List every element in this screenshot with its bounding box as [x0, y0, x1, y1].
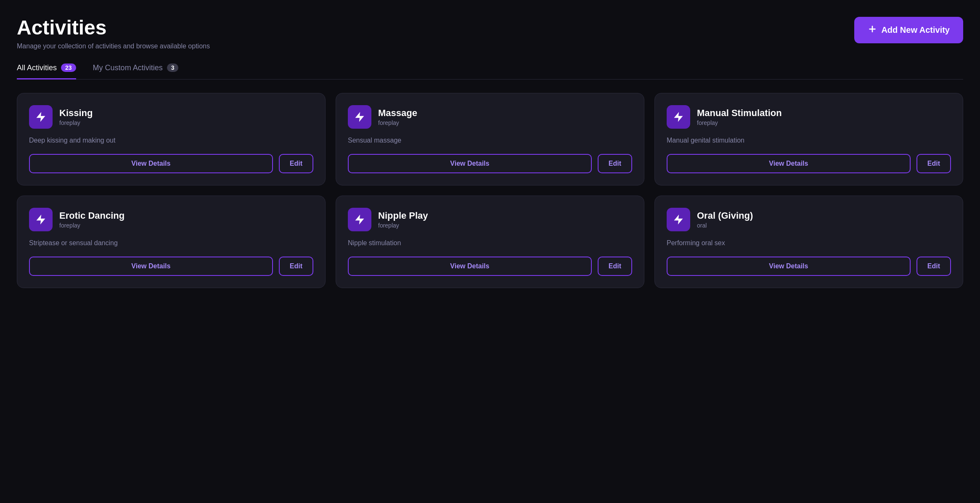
edit-button-manual-stimulation[interactable]: Edit	[916, 154, 951, 173]
card-title: Kissing	[59, 108, 93, 119]
tab-custom-activities[interactable]: My Custom Activities 3	[93, 64, 179, 79]
edit-button-oral-giving[interactable]: Edit	[916, 257, 951, 276]
card-title-group: Manual Stimulation foreplay	[697, 108, 782, 126]
tab-all-badge: 23	[61, 64, 76, 72]
page-subtitle: Manage your collection of activities and…	[17, 42, 210, 50]
card-actions: View Details Edit	[667, 154, 951, 173]
view-details-button-erotic-dancing[interactable]: View Details	[29, 257, 273, 276]
card-actions: View Details Edit	[667, 257, 951, 276]
edit-button-massage[interactable]: Edit	[598, 154, 632, 173]
view-details-button-manual-stimulation[interactable]: View Details	[667, 154, 911, 173]
tabs-bar: All Activities 23 My Custom Activities 3	[17, 64, 963, 79]
page-title: Activities	[17, 17, 210, 39]
add-new-activity-button[interactable]: Add New Activity	[854, 17, 963, 43]
card-header: Oral (Giving) oral	[667, 208, 951, 231]
card-header: Erotic Dancing foreplay	[29, 208, 313, 231]
card-actions: View Details Edit	[29, 154, 313, 173]
card-actions: View Details Edit	[29, 257, 313, 276]
activity-icon-manual-stimulation	[667, 105, 690, 129]
view-details-button-kissing[interactable]: View Details	[29, 154, 273, 173]
card-title: Massage	[378, 108, 417, 119]
tab-custom-badge: 3	[167, 64, 179, 72]
activity-card-kissing: Kissing foreplay Deep kissing and making…	[17, 93, 326, 185]
card-title-group: Massage foreplay	[378, 108, 417, 126]
plus-icon	[868, 24, 877, 36]
tab-all-label: All Activities	[17, 64, 57, 72]
card-description: Nipple stimulation	[348, 238, 632, 248]
activities-grid: Kissing foreplay Deep kissing and making…	[17, 93, 963, 288]
card-header: Massage foreplay	[348, 105, 632, 129]
activity-icon-oral-giving	[667, 208, 690, 231]
card-header: Nipple Play foreplay	[348, 208, 632, 231]
card-description: Manual genital stimulation	[667, 135, 951, 146]
card-category: foreplay	[378, 119, 417, 126]
card-category: foreplay	[59, 119, 93, 126]
activity-card-manual-stimulation: Manual Stimulation foreplay Manual genit…	[654, 93, 963, 185]
activity-card-oral-giving: Oral (Giving) oral Performing oral sex V…	[654, 196, 963, 288]
card-header: Manual Stimulation foreplay	[667, 105, 951, 129]
card-description: Deep kissing and making out	[29, 135, 313, 146]
card-title-group: Kissing foreplay	[59, 108, 93, 126]
card-title: Oral (Giving)	[697, 210, 753, 221]
edit-button-nipple-play[interactable]: Edit	[598, 257, 632, 276]
page-header: Activities Manage your collection of act…	[17, 17, 963, 50]
card-description: Striptease or sensual dancing	[29, 238, 313, 248]
activity-icon-nipple-play	[348, 208, 371, 231]
header-left: Activities Manage your collection of act…	[17, 17, 210, 50]
card-title-group: Nipple Play foreplay	[378, 210, 428, 229]
activity-icon-massage	[348, 105, 371, 129]
card-description: Performing oral sex	[667, 238, 951, 248]
card-title-group: Oral (Giving) oral	[697, 210, 753, 229]
activity-card-erotic-dancing: Erotic Dancing foreplay Striptease or se…	[17, 196, 326, 288]
activity-card-massage: Massage foreplay Sensual massage View De…	[336, 93, 644, 185]
card-header: Kissing foreplay	[29, 105, 313, 129]
activity-icon-erotic-dancing	[29, 208, 53, 231]
view-details-button-nipple-play[interactable]: View Details	[348, 257, 592, 276]
add-button-label: Add New Activity	[881, 25, 950, 35]
tab-custom-label: My Custom Activities	[93, 64, 163, 72]
card-category: oral	[697, 222, 753, 229]
card-category: foreplay	[697, 119, 782, 126]
card-actions: View Details Edit	[348, 257, 632, 276]
tab-all-activities[interactable]: All Activities 23	[17, 64, 76, 79]
activity-card-nipple-play: Nipple Play foreplay Nipple stimulation …	[336, 196, 644, 288]
edit-button-erotic-dancing[interactable]: Edit	[279, 257, 313, 276]
card-title: Manual Stimulation	[697, 108, 782, 119]
edit-button-kissing[interactable]: Edit	[279, 154, 313, 173]
card-actions: View Details Edit	[348, 154, 632, 173]
card-category: foreplay	[378, 222, 428, 229]
card-title: Nipple Play	[378, 210, 428, 221]
card-category: foreplay	[59, 222, 124, 229]
view-details-button-oral-giving[interactable]: View Details	[667, 257, 911, 276]
activity-icon-kissing	[29, 105, 53, 129]
card-title-group: Erotic Dancing foreplay	[59, 210, 124, 229]
card-title: Erotic Dancing	[59, 210, 124, 221]
card-description: Sensual massage	[348, 135, 632, 146]
view-details-button-massage[interactable]: View Details	[348, 154, 592, 173]
